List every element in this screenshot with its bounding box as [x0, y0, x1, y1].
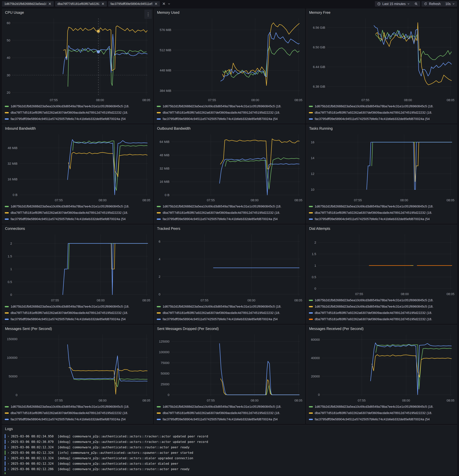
log-row[interactable]: ›2025-03-06 08:02:30.079[debug] commonwa… [5, 439, 454, 444]
panel-title-logs[interactable]: Logs [5, 427, 13, 431]
messages-sent-chart[interactable]: 05000010000015000007:5508:0008:05 [5, 331, 150, 403]
legend-item[interactable]: fac3795dff39e58904c94511e57425057bfe6c74… [157, 316, 302, 322]
legend-item[interactable]: 1d675b2d1fb82688d23a5ea10c69cd3d6549a78b… [309, 297, 454, 303]
legend-item[interactable]: 1d675b2d1fb82688d23a5ea10c69cd3d6549a78b… [5, 303, 150, 310]
messages-received-chart[interactable]: 020000400006000007:5508:0008:05 [309, 331, 454, 403]
legend-swatch-blue [157, 419, 161, 420]
cpu-usage-chart[interactable]: 203040506007:5508:0008:05 [5, 15, 150, 103]
legend-item[interactable]: dba76f77d5181ef83f67a92262a6307def3609ac… [157, 310, 302, 316]
close-icon[interactable]: ✕ [101, 2, 104, 6]
expand-chevron-icon[interactable]: › [8, 456, 9, 460]
legend-item[interactable]: dba76f77d5181ef83f67a92262a6307def3609ac… [157, 210, 302, 216]
panel-title-connections[interactable]: Connections [5, 227, 25, 231]
legend-item[interactable]: dba76f77d5181ef83f67a92262a6307def3609ac… [309, 410, 454, 416]
sent-messages-dropped-chart[interactable]: 025000500007500010000012500007:5508:0008… [157, 331, 302, 403]
svg-text:50: 50 [7, 39, 10, 42]
refresh-interval-button[interactable]: 10s [443, 1, 457, 7]
expand-chevron-icon[interactable]: › [8, 440, 9, 444]
legend-item[interactable]: fac3795dff39e58904c94511e57425057bfe6c74… [5, 416, 150, 423]
legend-item[interactable]: 1d675b2d1fb82688d23a5ea10c69cd3d6549a78b… [309, 404, 454, 410]
legend-item[interactable]: 1d675b2d1fb82688d23a5ea10c69cd3d6549a78b… [309, 103, 454, 110]
legend-item[interactable]: fac3795dff39e58904c94511e57425057bfe6c74… [157, 116, 302, 122]
legend-item[interactable]: dba76f77d5181ef83f67a92262a6307def3609ac… [309, 310, 454, 316]
legend-item[interactable]: dba76f77d5181ef83f67a92262a6307def3609ac… [157, 110, 302, 116]
panel-title-inbound-bandwidth[interactable]: Inbound Bandwidth [5, 126, 36, 131]
zoom-out-button[interactable] [412, 1, 420, 7]
log-row[interactable] [5, 472, 454, 474]
panel-title-messages-received[interactable]: Messages Received (Per Second) [309, 327, 364, 331]
svg-text:0: 0 [168, 393, 170, 397]
legend-item[interactable]: fac3795dff39e58904c94511e57425057bfe6c74… [157, 416, 302, 423]
log-row[interactable]: ›2025-03-06 08:02:12.324[info] commonwar… [5, 450, 454, 455]
panel-title-memory-free[interactable]: Memory Free [309, 10, 330, 15]
legend-item[interactable]: fac3795dff39e58904c94511e57425057bfe6c74… [5, 316, 150, 322]
legend-item[interactable]: fac3795dff39e58904c94511e57425057bfe6c74… [309, 216, 454, 222]
legend-item[interactable]: dba76f77d5181ef83f67a92262a6307def3609ac… [5, 410, 150, 416]
tracked-peers-chart[interactable]: 024607:5508:0008:05 [157, 231, 302, 303]
legend-item[interactable]: dba76f77d5181ef83f67a92262a6307def3609ac… [5, 210, 150, 216]
expand-chevron-icon[interactable]: › [8, 462, 9, 466]
log-row[interactable]: ›2025-03-06 08:02:12.324[debug] commonwa… [5, 444, 454, 450]
legend-item[interactable]: dba76f77d5181ef83f67a92262a6307def3609ac… [5, 110, 150, 116]
legend-swatch-blue [309, 118, 313, 120]
expand-chevron-icon[interactable]: › [8, 434, 9, 438]
panel-title-dial-attempts[interactable]: Dial Attempts [309, 227, 330, 231]
close-icon[interactable]: ✕ [48, 2, 51, 6]
legend-item[interactable]: 1d675b2d1fb82688d23a5ea10c69cd3d6549a78b… [157, 203, 302, 210]
svg-text:08:05: 08:05 [142, 98, 150, 102]
expand-chevron-icon[interactable]: › [8, 451, 9, 455]
dial-attempts-chart[interactable]: 00.511.5207:5508:0008:05 [309, 231, 454, 297]
legend: 1d675b2d1fb82688d23a5ea10c69cd3d6549a78b… [157, 404, 302, 423]
log-row[interactable]: ›2025-03-06 08:02:12.324[debug] commonwa… [5, 461, 454, 466]
legend-item[interactable]: fac3795dff39e58904c94511e57425057bfe6c74… [157, 216, 302, 222]
memory-used-chart[interactable]: 384 MiB448 MiB512 MiB576 MiB07:5508:0008… [157, 15, 302, 103]
filter-chip-1[interactable]: 1d675b2d1fb82688d23a5ea10c69cd3d6549a78b… [2, 1, 54, 7]
time-range-button[interactable]: Last 15 minutes [375, 1, 412, 7]
panel-menu-icon[interactable]: ⋮ [144, 10, 152, 19]
log-row[interactable]: ›2025-03-06 08:02:34.950[debug] commonwa… [5, 434, 454, 439]
outbound-bandwidth-chart[interactable]: 0 B16 MiB32 MiB48 MiB64 MiB07:5508:0008:… [157, 131, 302, 203]
legend-item[interactable]: dba76f77d5181ef83f67a92262a6307def3609ac… [309, 210, 454, 216]
panel-title-sent-messages-dropped[interactable]: Sent Messages Dropped (Per Second) [157, 327, 219, 331]
panel-dial-attempts: Dial Attempts00.511.5207:5508:0008:051d6… [306, 225, 457, 324]
svg-text:07:55: 07:55 [55, 399, 63, 402]
legend-item[interactable]: fac3795dff39e58904c94511e57425057bfe6c74… [309, 416, 454, 423]
panel-title-outbound-bandwidth[interactable]: Outbound Bandwidth [157, 126, 191, 131]
panel-title-tracked-peers[interactable]: Tracked Peers [157, 227, 180, 231]
legend-item[interactable]: 1d675b2d1fb82688d23a5ea10c69cd3d6549a78b… [5, 103, 150, 110]
log-row[interactable]: ›2025-03-06 08:02:12.286[debug] commonwa… [5, 466, 454, 472]
legend-item[interactable]: 1d675b2d1fb82688d23a5ea10c69cd3d6549a78b… [157, 404, 302, 410]
legend-item[interactable]: fac3795dff39e58904c94511e57425057bfe6c74… [5, 116, 150, 122]
panel-title-messages-sent[interactable]: Messages Sent (Per Second) [5, 327, 52, 331]
log-row[interactable]: ›2025-03-06 08:02:12.324[debug] commonwa… [5, 455, 454, 461]
filter-chip-3[interactable]: fac3795dff39e58904c94511e57425057bfe6c74… [108, 1, 160, 7]
legend-item[interactable]: dba76f77d5181ef83f67a92262a6307def3609ac… [157, 410, 302, 416]
legend-item[interactable]: 1d675b2d1fb82688d23a5ea10c69cd3d6549a78b… [157, 103, 302, 110]
legend-item[interactable]: 1d675b2d1fb82688d23a5ea10c69cd3d6549a78b… [309, 303, 454, 310]
connections-chart[interactable]: 00.511.5207:5508:0008:05 [5, 231, 150, 303]
legend-item[interactable]: 1d675b2d1fb82688d23a5ea10c69cd3d6549a78b… [5, 404, 150, 410]
expand-chevron-icon[interactable]: › [8, 467, 9, 471]
legend-item[interactable]: fac3795dff39e58904c94511e57425057bfe6c74… [309, 116, 454, 122]
legend-item[interactable]: 1d675b2d1fb82688d23a5ea10c69cd3d6549a78b… [5, 203, 150, 210]
close-icon[interactable]: ✕ [155, 2, 158, 6]
panel-title-tasks-running[interactable]: Tasks Running [309, 126, 333, 131]
panel-title-cpu-usage[interactable]: CPU Usage [5, 10, 24, 15]
filter-chip-2[interactable]: dba76f77d5181ef83f67a92262a6307def3609ac… [55, 1, 107, 7]
panel-title-memory-used[interactable]: Memory Used [157, 10, 179, 15]
memory-free-chart[interactable]: 6.38 GiB6.44 GiB6.50 GiB6.56 GiB07:5508:… [309, 15, 454, 103]
legend-item[interactable]: dba76f77d5181ef83f67a92262a6307def3609ac… [5, 310, 150, 316]
legend-item[interactable]: fac3795dff39e58904c94511e57425057bfe6c74… [5, 216, 150, 222]
svg-text:08:00: 08:00 [401, 292, 409, 296]
expand-chevron-icon[interactable]: › [8, 445, 9, 449]
refresh-button[interactable]: Refresh [422, 1, 443, 7]
tasks-running-chart[interactable]: 1012141607:5508:0008:05 [309, 131, 454, 203]
chevron-down-icon[interactable] [168, 3, 170, 5]
legend-item[interactable]: 1d675b2d1fb82688d23a5ea10c69cd3d6549a78b… [157, 303, 302, 310]
legend-item[interactable]: 1d675b2d1fb82688d23a5ea10c69cd3d6549a78b… [309, 203, 454, 210]
legend-item[interactable]: dba76f77d5181ef83f67a92262a6307def3609ac… [309, 316, 454, 322]
legend-item[interactable]: dba76f77d5181ef83f67a92262a6307def3609ac… [309, 110, 454, 116]
legend-swatch-yellow [157, 212, 161, 213]
inbound-bandwidth-chart[interactable]: 0 B16 MiB32 MiB48 MiB07:5508:0008:05 [5, 131, 150, 203]
clear-all-filters-button[interactable]: ✕ [161, 1, 166, 7]
